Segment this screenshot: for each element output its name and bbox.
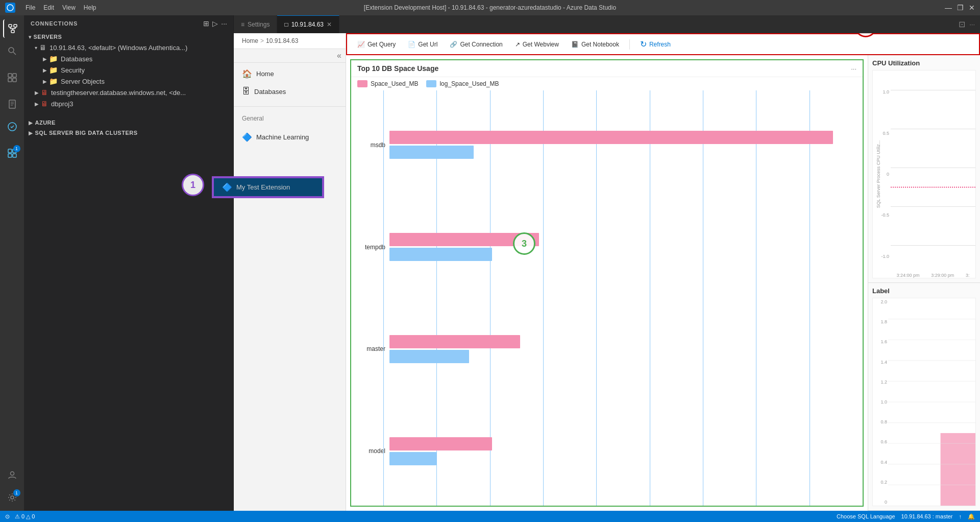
bar-label-master: master [357, 345, 385, 352]
status-errors[interactable]: ⚠ 0 △ 0 [15, 513, 35, 520]
menu-view[interactable]: View [62, 4, 76, 11]
activity-extensions2[interactable]: 1 [3, 144, 21, 162]
refresh-button[interactable]: ↻ Refresh [636, 37, 675, 51]
bar-model-pink [389, 437, 492, 450]
status-remote-icon[interactable]: ⊙ [5, 513, 10, 520]
get-query-icon: 📈 [357, 41, 365, 48]
status-language[interactable]: Choose SQL Language [837, 513, 895, 519]
activity-search[interactable] [3, 42, 21, 60]
databases-icon: 📁 [49, 55, 58, 63]
bar-master-blue [389, 350, 469, 363]
svg-rect-22 [13, 154, 16, 157]
tree-item-server1[interactable]: ▾ 🖥 10.91.84.63, <default> (Windows Auth… [24, 42, 233, 53]
azure-header[interactable]: ▶ AZURE [24, 117, 233, 128]
dbproj3-arrow: ▶ [35, 101, 39, 107]
breadcrumb: Home > 10.91.84.63 [234, 33, 346, 49]
bigdata-header[interactable]: ▶ SQL SERVER BIG DATA CLUSTERS [24, 128, 233, 138]
activity-connections[interactable] [3, 19, 21, 38]
cpu-y-axis-label: SQL Server Process CPU Utiliz... [876, 140, 881, 208]
cpu-y-5: -1.0 [873, 254, 891, 259]
bar-group-msdb [389, 131, 856, 159]
menu-file[interactable]: File [26, 4, 35, 11]
get-connection-button[interactable]: 🔗 Get Connection [446, 39, 506, 50]
tab-settings[interactable]: ≡ Settings [234, 15, 277, 33]
label-chart: 2.0 1.8 1.6 1.4 1.2 1.0 0.8 0.6 0.4 0. [872, 298, 976, 506]
menu-help[interactable]: Help [84, 4, 96, 11]
status-notification-icon[interactable]: 🔔 [968, 513, 975, 520]
sidebar: CONNECTIONS ⊞ ▷ ··· ▾ SERVERS ▾ 🖥 10.91.… [24, 15, 234, 511]
get-webview-label: Get Webview [523, 41, 559, 48]
tree-item-testing-server[interactable]: ▶ 🖥 testingtheserver.database.windows.ne… [24, 87, 233, 98]
label-y-axis: 2.0 1.8 1.6 1.4 1.2 1.0 0.8 0.6 0.4 0. [873, 298, 888, 506]
title-bar-controls: — ❐ ✕ [945, 4, 975, 12]
activity-notebook[interactable] [3, 95, 21, 113]
server-tab-close[interactable]: ✕ [327, 21, 332, 28]
azure-arrow: ▶ [29, 120, 33, 126]
bar-label-tempdb: tempdb [357, 244, 385, 251]
title-bar: File Edit View Help [Extension Developme… [0, 0, 980, 15]
activity-settings[interactable]: 1 [3, 488, 21, 507]
get-query-button[interactable]: 📈 Get Query [353, 39, 400, 50]
status-connection[interactable]: 10.91.84.63 : master [901, 513, 953, 519]
nav-machine-learning[interactable]: 🔷 Machine Learning [234, 128, 346, 146]
nav-databases[interactable]: 🗄 Databases [234, 83, 346, 100]
svg-point-8 [9, 48, 14, 53]
get-notebook-icon: 📓 [571, 41, 579, 48]
sidebar-title: CONNECTIONS [31, 20, 78, 27]
close-button[interactable]: ✕ [969, 4, 975, 12]
refresh-label: Refresh [649, 41, 671, 48]
status-upload-icon[interactable]: ↑ [959, 513, 962, 519]
more-actions-icon[interactable]: ··· [221, 19, 227, 28]
new-connection-icon[interactable]: ⊞ [203, 19, 209, 28]
activity-extensions[interactable] [3, 68, 21, 87]
cpu-x-3: 3: [966, 273, 970, 278]
menu-edit[interactable]: Edit [43, 4, 54, 11]
server-tab-icon: □ [284, 21, 288, 28]
tree-item-databases[interactable]: ▶ 📁 Databases [24, 53, 233, 64]
activity-account[interactable] [3, 466, 21, 484]
maximize-button[interactable]: ❐ [957, 4, 964, 12]
get-connection-icon: 🔗 [450, 41, 457, 48]
get-connection-label: Get Connection [460, 41, 502, 48]
cpu-y-4: -0.5 [873, 212, 891, 218]
activity-bar-bottom: 1 [3, 466, 21, 511]
tree-item-security[interactable]: ▶ 📁 Security [24, 64, 233, 76]
new-query-icon[interactable]: ▷ [212, 19, 218, 28]
testing-label: testingtheserver.database.windows.net, <… [51, 89, 186, 97]
toolbar-sep [629, 39, 630, 50]
servers-section[interactable]: ▾ SERVERS [24, 32, 233, 42]
get-url-button[interactable]: 📄 Get Url [404, 39, 442, 50]
app-logo [5, 3, 15, 13]
get-notebook-label: Get Notebook [581, 41, 619, 48]
db-space-chart-panel: Top 10 DB Space Usage ··· Space_Used_MB [350, 59, 864, 507]
minimize-button[interactable]: — [945, 4, 952, 12]
extension-menu: 🔷 My Test Extension [212, 176, 324, 198]
cpu-x-1: 3:24:00 pm [896, 273, 919, 278]
tree-item-dbproj3[interactable]: ▶ 🖥 dbproj3 [24, 98, 233, 109]
dbproj3-label: dbproj3 [51, 100, 73, 108]
ext-menu-item-my-test[interactable]: 🔷 My Test Extension [213, 177, 323, 197]
server1-label: 10.91.84.63, <default> (Windows Authenti… [50, 44, 187, 52]
breadcrumb-home[interactable]: Home [242, 37, 258, 44]
nav-home[interactable]: 🏠 Home [234, 65, 346, 83]
tab-server[interactable]: □ 10.91.84.63 ✕ [277, 15, 339, 33]
refresh-icon: ↻ [640, 39, 647, 49]
ext-item-icon: 🔷 [222, 182, 232, 192]
tree-item-server-objects[interactable]: ▶ 📁 Server Objects [24, 76, 233, 87]
tabs-right-actions: ⊡ ··· [953, 19, 980, 29]
svg-point-0 [7, 5, 13, 11]
chart-more-icon[interactable]: ··· [851, 65, 856, 73]
split-editor-icon[interactable]: ⊡ [959, 19, 965, 29]
more-tabs-icon[interactable]: ··· [969, 20, 975, 28]
server-objects-label: Server Objects [61, 78, 105, 85]
activity-jobs[interactable] [3, 117, 21, 136]
annotation-3: 3 [513, 232, 535, 255]
settings-tab-label: Settings [248, 21, 270, 28]
get-webview-button[interactable]: ↗ Get Webview [511, 39, 563, 50]
collapse-icon[interactable]: « [337, 51, 341, 60]
cpu-y-1: 1.0 [873, 89, 891, 94]
dashboard-main: Top 10 DB Space Usage ··· Space_Used_MB [346, 55, 868, 511]
get-notebook-button[interactable]: 📓 Get Notebook [567, 39, 623, 50]
dbproj3-icon: 🖥 [41, 100, 48, 108]
cpu-line-chart [891, 70, 975, 265]
